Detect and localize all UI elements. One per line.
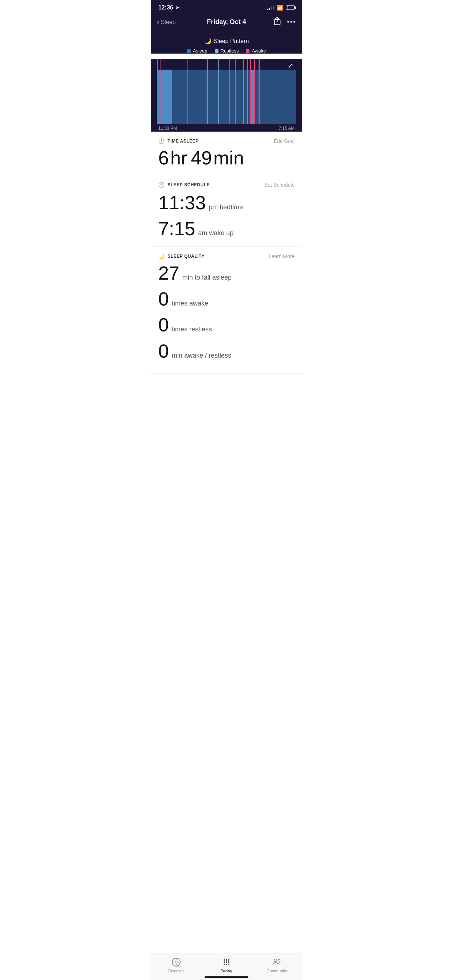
signal-bars bbox=[267, 5, 274, 10]
status-left: 12:36 ➤ bbox=[158, 5, 179, 11]
share-button[interactable] bbox=[273, 17, 281, 27]
header-title: Friday, Oct 4 bbox=[186, 18, 267, 26]
asleep-label: Asleep bbox=[193, 48, 207, 54]
status-bar: 12:36 ➤ 📶 bbox=[151, 0, 302, 14]
header: ‹ Sleep Friday, Oct 4 ••• bbox=[151, 14, 302, 33]
status-right: 📶 bbox=[267, 5, 295, 11]
legend-asleep: Asleep bbox=[187, 48, 207, 54]
sleep-pattern-label: Sleep Pattern bbox=[214, 38, 249, 45]
minutes-unit: min bbox=[214, 148, 244, 169]
awake-dot bbox=[246, 49, 249, 53]
sleep-quality-title: 🌙 SLEEP QUALITY bbox=[158, 253, 205, 259]
sleep-pattern-title: 🌙 Sleep Pattern bbox=[157, 38, 296, 45]
chart-background bbox=[157, 70, 296, 124]
min-awake-restless-value: 0 bbox=[158, 341, 169, 362]
awake-spike-1 bbox=[157, 59, 158, 124]
chart-end-time: 7:15 AM bbox=[279, 126, 295, 131]
times-restless-label: times restless bbox=[172, 326, 212, 333]
fall-asleep-row: 27 min to fall asleep bbox=[158, 263, 295, 284]
time-asleep-value: 6 hr 49 min bbox=[158, 148, 295, 169]
times-restless-value: 0 bbox=[158, 315, 169, 336]
location-icon: ➤ bbox=[175, 5, 179, 10]
restless-line-1 bbox=[187, 59, 188, 124]
battery-indicator bbox=[286, 5, 295, 10]
nav-spacer bbox=[151, 374, 302, 407]
asleep-block-start bbox=[157, 70, 172, 124]
fall-asleep-value: 27 bbox=[158, 263, 179, 284]
times-awake-value: 0 bbox=[158, 289, 169, 310]
battery-fill bbox=[287, 6, 288, 9]
back-arrow-icon: ‹ bbox=[157, 18, 160, 26]
restless-line-7 bbox=[247, 59, 248, 124]
sleep-schedule-header: 🕐 SLEEP SCHEDULE Set Schedule bbox=[158, 182, 295, 188]
minutes-value: 49 bbox=[191, 148, 212, 169]
min-awake-restless-label: min awake / restless bbox=[172, 352, 231, 360]
sleep-schedule-section: 🕐 SLEEP SCHEDULE Set Schedule 11:33 pm b… bbox=[151, 175, 302, 247]
legend-restless: Restless bbox=[215, 48, 239, 54]
hours-value: 6 bbox=[158, 148, 169, 169]
restless-line-2 bbox=[207, 59, 208, 124]
restless-line-5 bbox=[235, 59, 236, 124]
fall-asleep-label: min to fall asleep bbox=[182, 274, 231, 282]
awake-spike-end-2 bbox=[254, 59, 255, 124]
sleep-chart[interactable]: ⤢ 11:33 PM 7:15 AM bbox=[157, 59, 296, 132]
bar2 bbox=[269, 8, 270, 10]
wifi-icon: 📶 bbox=[277, 5, 283, 11]
sleep-quality-header: 🌙 SLEEP QUALITY Learn More bbox=[158, 253, 295, 259]
set-schedule-button[interactable]: Set Schedule bbox=[265, 182, 295, 188]
chart-time-labels: 11:33 PM 7:15 AM bbox=[157, 126, 296, 131]
sleep-quality-section: 🌙 SLEEP QUALITY Learn More 27 min to fal… bbox=[151, 247, 302, 374]
sleep-chart-container[interactable]: ⤢ 11:33 PM 7:15 AM bbox=[151, 59, 302, 132]
header-actions: ••• bbox=[267, 17, 296, 27]
restless-label: Restless bbox=[221, 48, 239, 54]
chart-start-time: 11:33 PM bbox=[158, 126, 177, 131]
moon-icon: 🌙 bbox=[204, 38, 212, 45]
restless-dot bbox=[215, 49, 219, 53]
time-asleep-label: TIME ASLEEP bbox=[168, 138, 199, 144]
main-content: 🕐 TIME ASLEEP Edit Goal 6 hr 49 min 🕐 SL… bbox=[151, 132, 302, 407]
awake-label: Awake bbox=[252, 48, 266, 54]
awake-spike-end-1 bbox=[250, 59, 251, 124]
sleep-schedule-title: 🕐 SLEEP SCHEDULE bbox=[158, 182, 210, 188]
time-asleep-header: 🕐 TIME ASLEEP Edit Goal bbox=[158, 138, 295, 144]
bedtime-label: pm bedtime bbox=[209, 204, 243, 211]
restless-line-3 bbox=[218, 59, 219, 124]
back-label: Sleep bbox=[161, 19, 176, 25]
bedtime-time: 11:33 bbox=[158, 191, 206, 214]
time: 12:36 bbox=[158, 5, 173, 11]
sleep-quality-label: SLEEP QUALITY bbox=[168, 254, 205, 259]
times-awake-label: times awake bbox=[172, 300, 208, 307]
bar1 bbox=[267, 9, 268, 10]
times-awake-row: 0 times awake bbox=[158, 289, 295, 310]
legend-awake: Awake bbox=[246, 48, 266, 54]
sleep-schedule-label: SLEEP SCHEDULE bbox=[168, 182, 210, 188]
more-options-button[interactable]: ••• bbox=[287, 18, 296, 26]
time-asleep-section: 🕐 TIME ASLEEP Edit Goal 6 hr 49 min bbox=[151, 132, 302, 175]
time-asleep-title: 🕐 TIME ASLEEP bbox=[158, 138, 199, 144]
schedule-icon: 🕐 bbox=[158, 182, 165, 188]
restless-line-4 bbox=[230, 59, 230, 124]
wakeup-value: 7:15 am wake up bbox=[158, 217, 295, 240]
quality-moon-icon: 🌙 bbox=[158, 253, 165, 259]
expand-button[interactable]: ⤢ bbox=[288, 62, 293, 70]
awake-spike-2 bbox=[160, 59, 161, 124]
edit-goal-button[interactable]: Edit Goal bbox=[274, 138, 295, 144]
bar3 bbox=[271, 6, 272, 10]
sleep-pattern-section: 🌙 Sleep Pattern Asleep Restless Awake bbox=[151, 33, 302, 54]
bar4 bbox=[273, 5, 274, 10]
back-button[interactable]: ‹ Sleep bbox=[157, 18, 186, 26]
restless-line-6 bbox=[243, 59, 244, 124]
wakeup-label: am wake up bbox=[198, 229, 233, 237]
chart-wrapper: ⤢ 11:33 PM 7:15 AM bbox=[157, 59, 296, 132]
wakeup-time: 7:15 bbox=[158, 217, 195, 240]
time-asleep-icon: 🕐 bbox=[158, 138, 165, 144]
asleep-dot bbox=[187, 49, 191, 53]
bedtime-value: 11:33 pm bedtime bbox=[158, 191, 295, 214]
sleep-legend: Asleep Restless Awake bbox=[157, 48, 296, 54]
awake-spike-end-3 bbox=[258, 59, 260, 124]
learn-more-button[interactable]: Learn More bbox=[268, 253, 295, 259]
hours-unit: hr bbox=[170, 148, 187, 169]
times-restless-row: 0 times restless bbox=[158, 315, 295, 336]
min-awake-restless-row: 0 min awake / restless bbox=[158, 341, 295, 362]
